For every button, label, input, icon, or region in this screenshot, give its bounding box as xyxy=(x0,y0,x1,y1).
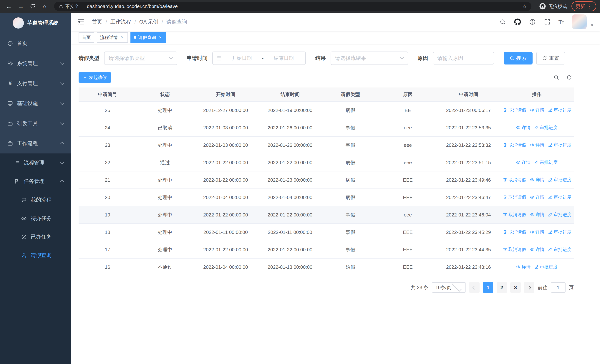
breadcrumb-item[interactable]: 工作流程 xyxy=(102,18,131,25)
divider xyxy=(83,4,83,9)
browser-refresh-button[interactable] xyxy=(28,1,38,11)
action-detail-link[interactable]: 详情 xyxy=(516,159,531,165)
next-page-button[interactable] xyxy=(524,282,534,293)
edit-icon xyxy=(548,195,553,199)
action-detail-link[interactable]: 详情 xyxy=(530,177,544,183)
action-detail-link[interactable]: 详情 xyxy=(530,246,544,252)
action-detail-link[interactable]: 详情 xyxy=(530,142,544,148)
action-approval-progress-link[interactable]: 审批进度 xyxy=(534,125,558,131)
user-avatar[interactable] xyxy=(572,14,587,29)
page-button-3[interactable]: 3 xyxy=(510,282,521,293)
cell-id: 19 xyxy=(79,206,137,224)
action-detail-link[interactable]: 详情 xyxy=(516,264,531,270)
refresh-table-icon[interactable] xyxy=(566,75,572,80)
chevron-down-icon[interactable]: ▼ xyxy=(590,23,594,29)
action-cancel-leave-link[interactable]: 取消请假 xyxy=(503,212,526,218)
goto-page-input[interactable] xyxy=(551,282,565,293)
bookmark-star-icon[interactable]: ☆ xyxy=(522,3,527,9)
prev-page-button[interactable] xyxy=(469,282,479,293)
action-cancel-leave-link[interactable]: 取消请假 xyxy=(503,194,526,200)
leave-type-select[interactable]: 请选择请假类型 xyxy=(104,52,177,65)
page-button-1[interactable]: 1 xyxy=(483,282,493,293)
sidebar-item-task-management[interactable]: 任务管理 xyxy=(0,172,71,191)
tab-close-icon[interactable]: × xyxy=(120,35,124,40)
sidebar-item-my-processes[interactable]: 我的流程 xyxy=(0,191,71,209)
search-button[interactable]: 搜索 xyxy=(504,52,533,65)
tab-home[interactable]: 首页 xyxy=(79,32,94,43)
cell-type: 病假 xyxy=(322,171,379,189)
action-cancel-leave-link[interactable]: 取消请假 xyxy=(503,107,526,113)
sidebar-item-devtools[interactable]: 研发工具 xyxy=(0,113,71,133)
action-approval-progress-link[interactable]: 审批进度 xyxy=(548,194,572,200)
sidebar-collapse-button[interactable] xyxy=(77,18,86,26)
breadcrumb-item[interactable]: 首页 xyxy=(92,18,102,25)
date-range-picker[interactable]: 开始日期 - 结束日期 xyxy=(212,52,306,65)
trash-icon xyxy=(503,212,507,217)
sidebar: 芋道管理系统 首页 系统管理 ¥ 支付管理 基础设施 xyxy=(0,13,71,364)
search-icon[interactable] xyxy=(499,18,506,25)
browser-home-button[interactable]: ⌂ xyxy=(39,1,50,11)
tab-leave-query[interactable]: 请假查询 × xyxy=(131,32,166,43)
action-approval-progress-link[interactable]: 审批进度 xyxy=(534,159,558,165)
help-icon[interactable] xyxy=(529,18,536,25)
fullscreen-icon[interactable] xyxy=(544,18,551,25)
action-approval-progress-link[interactable]: 审批进度 xyxy=(548,229,572,235)
action-cancel-leave-link[interactable]: 取消请假 xyxy=(503,142,526,148)
action-approval-progress-link[interactable]: 审批进度 xyxy=(548,246,572,252)
browser-update-menu-button[interactable]: 更新 ⋮ xyxy=(572,1,596,11)
action-detail-link[interactable]: 详情 xyxy=(530,194,544,200)
result-select[interactable]: 请选择流结果 xyxy=(331,52,408,65)
sidebar-item-system[interactable]: 系统管理 xyxy=(0,53,71,73)
page-size-select[interactable]: 10条/页 xyxy=(432,282,466,293)
sidebar-item-workflow[interactable]: 工作流程 xyxy=(0,133,71,153)
sidebar-item-done-tasks[interactable]: 已办任务 xyxy=(0,228,71,246)
chevron-down-icon xyxy=(400,55,404,59)
page-content: 请假类型 请选择请假类型 申请时间 开始日期 - xyxy=(71,44,600,364)
url-text[interactable]: dashboard.yudao.iocoder.cn/bpm/oa/leave xyxy=(87,3,522,9)
toggle-search-icon[interactable] xyxy=(553,75,559,80)
chevron-down-icon xyxy=(60,81,64,85)
action-approval-progress-link[interactable]: 审批进度 xyxy=(548,107,572,113)
page-button-2[interactable]: 2 xyxy=(497,282,507,293)
action-detail-link[interactable]: 详情 xyxy=(530,107,544,113)
action-detail-link[interactable]: 详情 xyxy=(516,125,531,131)
action-approval-progress-link[interactable]: 审批进度 xyxy=(548,177,572,183)
action-cancel-leave-link[interactable]: 取消请假 xyxy=(503,177,526,183)
sidebar-item-payment[interactable]: ¥ 支付管理 xyxy=(0,73,71,93)
sidebar-item-process-management[interactable]: 流程管理 xyxy=(0,153,71,172)
action-cancel-leave-link[interactable]: 取消请假 xyxy=(503,229,526,235)
action-approval-progress-link[interactable]: 审批进度 xyxy=(548,212,572,218)
sidebar-item-infrastructure[interactable]: 基础设施 xyxy=(0,93,71,113)
action-approval-progress-link[interactable]: 审批进度 xyxy=(534,264,558,270)
cell-id: 22 xyxy=(79,154,137,171)
reason-input[interactable] xyxy=(433,52,494,65)
cell-end: 2022-01-22 00:00:00 xyxy=(258,206,322,224)
tags-view: 首页 流程详情 × 请假查询 × xyxy=(71,31,600,44)
address-bar[interactable]: 不安全 dashboard.yudao.iocoder.cn/bpm/oa/le… xyxy=(54,2,531,11)
sidebar-item-todo-tasks[interactable]: 待办任务 xyxy=(0,209,71,228)
tab-close-icon[interactable]: × xyxy=(158,35,163,40)
browser-back-button[interactable]: ← xyxy=(4,1,14,11)
sidebar-item-leave-query[interactable]: 请假查询 xyxy=(0,246,71,265)
action-detail-link[interactable]: 详情 xyxy=(530,229,544,235)
action-approval-progress-link[interactable]: 审批进度 xyxy=(548,142,572,148)
sidebar-item-home[interactable]: 首页 xyxy=(0,33,71,53)
action-detail-link[interactable]: 详情 xyxy=(530,212,544,218)
browser-forward-button[interactable]: → xyxy=(16,1,26,11)
eye-icon xyxy=(516,125,521,130)
app-logo[interactable]: 芋道管理系统 xyxy=(0,13,71,33)
sidebar-item-label: 工作流程 xyxy=(17,140,38,147)
security-status[interactable]: 不安全 xyxy=(58,3,79,9)
reset-button[interactable]: 重置 xyxy=(536,52,565,65)
edit-icon xyxy=(534,265,539,269)
breadcrumb-item[interactable]: OA 示例 xyxy=(131,18,158,25)
action-cancel-leave-link[interactable]: 取消请假 xyxy=(503,246,526,252)
github-icon[interactable] xyxy=(514,18,521,25)
create-leave-button[interactable]: 发起请假 xyxy=(79,72,111,83)
cell-reason: eee xyxy=(379,119,437,136)
cell-id: 24 xyxy=(79,119,137,136)
cell-applied: 2022-01-22 23:49:46 xyxy=(437,171,500,189)
tab-process-detail[interactable]: 流程详情 × xyxy=(97,32,128,43)
column-header: 结束时间 xyxy=(258,87,322,102)
font-size-icon[interactable]: TT xyxy=(559,19,564,25)
